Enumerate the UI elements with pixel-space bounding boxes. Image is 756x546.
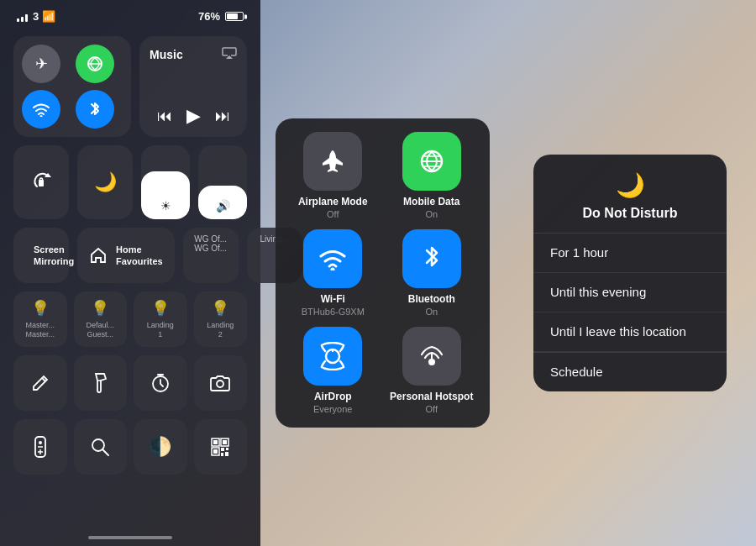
music-title: Music xyxy=(150,48,183,61)
status-right: 76% xyxy=(198,10,244,23)
do-not-disturb-toggle[interactable]: 🌙 xyxy=(77,145,133,219)
home-favourites-button[interactable]: Home Favourites xyxy=(77,228,175,283)
svg-line-20 xyxy=(102,449,108,455)
screen-rotation-toggle[interactable] xyxy=(13,145,69,219)
light-icon-3: 💡 xyxy=(151,299,170,318)
wifi-label: Wi-Fi xyxy=(321,293,345,305)
dark-mode-button[interactable]: 🌓 xyxy=(134,419,187,475)
flashlight-button[interactable] xyxy=(74,355,128,411)
airdrop-mobile-item[interactable]: Mobile Data On xyxy=(387,132,476,219)
mobile-data-label: Mobile Data xyxy=(403,196,459,207)
svg-point-38 xyxy=(428,359,435,365)
dnd-schedule-button[interactable]: Schedule xyxy=(550,365,603,379)
bluetooth-toggle[interactable] xyxy=(76,90,114,129)
qr-icon xyxy=(210,437,230,457)
music-next-button[interactable]: ⏭ xyxy=(215,108,230,125)
signal-bars xyxy=(17,12,28,22)
volume-slider[interactable]: 🔊 xyxy=(198,145,247,219)
default-guest-button[interactable]: 💡 Defaul...Guest... xyxy=(74,291,128,347)
svg-rect-26 xyxy=(213,449,218,454)
mobile-data-sublabel: On xyxy=(425,209,438,219)
svg-point-13 xyxy=(217,381,223,387)
music-prev-button[interactable]: ⏮ xyxy=(157,108,172,125)
remote-button[interactable] xyxy=(13,419,67,475)
airplane-mode-label: Airplane Mode xyxy=(298,196,368,207)
wg-label-1: WG Of...WG Of... xyxy=(194,234,227,253)
dnd-for-1-hour-option[interactable]: For 1 hour xyxy=(533,234,727,273)
dnd-until-evening-option[interactable]: Until this evening xyxy=(533,273,727,312)
signal-bar-3 xyxy=(25,14,28,22)
music-block[interactable]: Music ⏮ ▶ ⏭ xyxy=(139,36,247,137)
airplane-mode-sublabel: Off xyxy=(327,209,339,219)
hotspot-label: Personal Hotspot xyxy=(390,391,473,402)
dnd-until-evening-label: Until this evening xyxy=(550,285,646,299)
brightness-icon: ☀ xyxy=(160,199,171,213)
dnd-for-1-hour-label: For 1 hour xyxy=(550,245,608,260)
svg-rect-27 xyxy=(221,448,224,451)
flashlight-icon xyxy=(92,372,108,394)
airdrop-airplane-item[interactable]: Airplane Mode Off xyxy=(289,132,378,219)
screen-mirroring-button[interactable]: Screen Mirroring xyxy=(13,228,69,283)
row-lights: 💡 Master...Master... 💡 Defaul...Guest...… xyxy=(13,291,247,347)
airplane-icon xyxy=(319,148,346,175)
wg-off-1-button[interactable]: WG Of...WG Of... xyxy=(183,228,239,283)
airdrop-bluetooth-item[interactable]: Bluetooth On xyxy=(387,229,476,317)
airdrop-expanded-panel: Airplane Mode Off Mobile Data On xyxy=(260,0,504,546)
status-bar: 3 📶 76% xyxy=(0,0,260,29)
airplane-mode-toggle[interactable]: ✈ xyxy=(22,45,60,83)
airdrop-bluetooth-icon-wrap xyxy=(402,229,461,288)
wifi-status-icon: 📶 xyxy=(42,10,55,23)
light-icon-1: 💡 xyxy=(31,299,50,318)
status-left: 3 📶 xyxy=(17,10,55,23)
carrier-label: 3 xyxy=(33,10,39,23)
airdrop-hotspot-item[interactable]: Personal Hotspot Off xyxy=(387,327,476,414)
note-edit-button[interactable] xyxy=(13,355,67,411)
row-tools-2: 🌓 xyxy=(13,419,247,475)
airplay-icon[interactable] xyxy=(222,46,237,63)
row-mirroring-home: Screen Mirroring Home Favourites WG Of..… xyxy=(13,228,247,283)
airdrop-airdrop-item[interactable]: AirDrop Everyone xyxy=(289,327,378,414)
dnd-schedule-wrap: Schedule xyxy=(533,352,727,391)
connectivity-block: ✈ xyxy=(13,36,131,137)
magnifier-button[interactable] xyxy=(74,419,128,475)
mobile-data-icon xyxy=(418,148,445,175)
brightness-slider[interactable]: ☀ xyxy=(141,145,190,219)
battery-fill xyxy=(227,13,238,19)
bluetooth-icon xyxy=(88,100,102,118)
dnd-title: Do Not Disturb xyxy=(583,206,678,221)
dnd-leave-location-label: Until I leave this location xyxy=(550,324,686,339)
wifi-toggle[interactable] xyxy=(22,90,60,129)
airdrop-airplane-icon-wrap xyxy=(303,132,362,191)
dnd-leave-location-option[interactable]: Until I leave this location xyxy=(533,312,727,352)
airdrop-mobile-icon-wrap xyxy=(402,132,461,191)
qr-scan-button[interactable] xyxy=(194,419,248,475)
dnd-card: 🌙 Do Not Disturb For 1 hour Until this e… xyxy=(533,155,727,391)
timer-button[interactable] xyxy=(134,355,187,411)
airdrop-airdrop-icon-wrap xyxy=(303,327,362,386)
hotspot-sublabel: Off xyxy=(426,404,438,414)
music-play-button[interactable]: ▶ xyxy=(186,105,201,127)
airdrop-sublabel: Everyone xyxy=(313,404,352,414)
airdrop-label: AirDrop xyxy=(314,391,352,402)
svg-rect-22 xyxy=(213,440,218,444)
mobile-data-toggle[interactable] xyxy=(76,45,114,83)
svg-rect-29 xyxy=(221,453,223,456)
svg-point-15 xyxy=(39,441,42,444)
svg-rect-30 xyxy=(225,452,228,456)
bluetooth-sublabel: On xyxy=(425,307,438,317)
airdrop-hotspot-icon-wrap xyxy=(402,327,461,386)
camera-button[interactable] xyxy=(194,355,248,411)
control-center-panel: 3 📶 76% ✈ xyxy=(0,0,260,546)
master-light-button[interactable]: 💡 Master...Master... xyxy=(13,291,67,347)
rotation-lock-icon xyxy=(30,171,52,193)
home-label: Home Favourites xyxy=(116,244,163,268)
hotspot-icon xyxy=(419,344,444,369)
dnd-moon-icon: 🌙 xyxy=(616,171,645,199)
airdrop-wifi-item[interactable]: Wi-Fi BTHub6-G9XM xyxy=(289,229,378,317)
row-toggles-sliders: 🌙 ☀ 🔊 xyxy=(13,145,247,219)
music-top: Music xyxy=(150,46,237,63)
landing-1-button[interactable]: 💡 Landing1 xyxy=(134,291,187,347)
landing-2-button[interactable]: 💡 Landing2 xyxy=(194,291,248,347)
bluetooth-large-icon xyxy=(423,244,441,273)
row-connectivity-music: ✈ xyxy=(13,36,247,137)
